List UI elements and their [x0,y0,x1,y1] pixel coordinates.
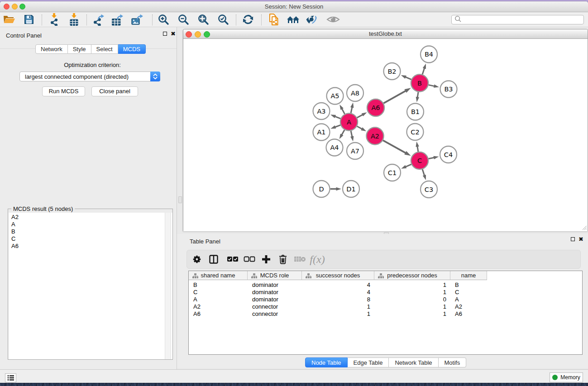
mcds-result-list[interactable]: A2ABCA6 [9,213,172,359]
table-settings-icon[interactable] [192,254,202,264]
table-row-C[interactable]: Cdominator41C [189,289,582,296]
table-tab-network-table[interactable]: Network Table [389,357,438,367]
search-input[interactable] [462,17,583,23]
graph-node-A2[interactable]: A2 [367,128,384,145]
graph-edge-A-A1[interactable] [330,125,340,129]
save-session-icon[interactable] [22,13,36,26]
graph-node-B4[interactable]: B4 [421,46,437,63]
resize-grip[interactable] [582,225,587,230]
column-header-successor-nodes[interactable]: successor nodes [302,271,374,280]
zoom-out-icon[interactable] [176,13,191,26]
graph-node-B1[interactable]: B1 [407,104,424,120]
export-table-icon[interactable] [110,13,125,26]
column-header-shared-name[interactable]: shared name [189,271,248,280]
column-header-name[interactable]: name [450,271,487,280]
refresh-icon[interactable] [241,13,255,26]
graph-node-A5[interactable]: A5 [327,88,344,105]
select-all-columns-icon[interactable] [227,256,239,262]
tab-style[interactable]: Style [68,44,91,54]
graph-edge-D-D1[interactable] [330,187,342,191]
column-header-MCDS-role[interactable]: MCDS role [248,271,302,280]
tab-select[interactable]: Select [91,44,118,54]
table-row-A2[interactable]: A2connector11A2 [189,303,582,310]
graph-node-A7[interactable]: A7 [347,143,363,159]
graph-edge-C-C2[interactable] [416,142,419,152]
graph-edge-B-B1[interactable] [416,92,419,102]
show-details-icon[interactable] [326,13,340,26]
add-column-icon[interactable] [261,254,271,264]
table-tab-edge-table[interactable]: Edge Table [348,357,389,367]
close-panel-button[interactable]: Close panel [91,86,138,96]
table-row-A6[interactable]: A6connector11A6 [189,310,582,318]
graph-node-C[interactable]: C [411,152,428,169]
graph-edge-A-A6[interactable] [357,112,367,118]
graph-edge-A-A4[interactable] [339,130,345,139]
export-network-icon[interactable] [91,13,106,26]
graph-node-A8[interactable]: A8 [347,85,363,101]
graph-edge-C-C4[interactable] [429,156,439,159]
graph-node-A[interactable]: A [340,114,358,131]
graph-edge-A-A5[interactable] [339,105,344,114]
mcds-result-item[interactable]: A2 [9,214,172,221]
memory-button[interactable]: Memory [550,372,583,382]
table-tab-motifs[interactable]: Motifs [439,357,467,367]
run-mcds-button[interactable]: Run MCDS [42,86,85,96]
search-box[interactable] [451,15,584,24]
graph-edge-A-A2[interactable] [357,126,367,131]
mcds-result-item[interactable]: A [9,221,172,228]
table-float-panel-icon[interactable] [571,237,575,241]
graph-node-A6[interactable]: A6 [367,99,384,116]
export-image-icon[interactable] [130,13,144,26]
graph-node-A4[interactable]: A4 [326,139,343,156]
graph-node-A3[interactable]: A3 [313,103,330,119]
graph-edge-B-B3[interactable] [429,85,439,88]
graph-edge-A-A3[interactable] [330,114,340,119]
table-row-A[interactable]: Adominator80A [189,296,582,303]
unselect-all-columns-icon[interactable] [244,256,255,262]
table-tab-node-table[interactable]: Node Table [305,357,348,367]
import-table-icon[interactable] [67,13,81,26]
graph-node-C4[interactable]: C4 [440,146,457,163]
graph-edge-B-B4[interactable] [422,63,426,74]
hide-details-icon[interactable] [304,13,319,26]
graph-node-C3[interactable]: C3 [421,181,437,198]
zoom-in-icon[interactable] [156,13,171,26]
network-canvas[interactable]: B4B2BB3A5A8A6A3B1AA1C2A2A4A7C4CC1C3DD1 [183,39,588,231]
zoom-fit-icon[interactable] [196,13,210,26]
tab-mcds[interactable]: MCDS [118,44,146,54]
delete-column-icon[interactable] [278,254,287,264]
column-header-predecessor-nodes[interactable]: predecessor nodes [374,271,450,280]
graph-edge-C-C3[interactable] [422,169,426,180]
split-columns-icon[interactable] [209,254,219,264]
zoom-selected-icon[interactable] [216,13,230,26]
graph-node-B2[interactable]: B2 [384,63,401,80]
optimization-criterion-dropdown[interactable]: largest connected component (directed) [19,71,160,81]
import-network-icon[interactable] [47,13,62,26]
copy-network-icon[interactable] [267,13,281,26]
graph-node-D1[interactable]: D1 [343,181,359,197]
mcds-result-item[interactable]: A6 [9,243,172,250]
graph-node-B[interactable]: B [411,75,428,92]
graph-edge-A6-B[interactable] [383,88,411,103]
graph-node-D[interactable]: D [313,181,330,197]
graph-edge-A-A7[interactable] [350,131,354,141]
graph-edge-C-C1[interactable] [401,164,411,169]
tab-network[interactable]: Network [35,44,68,54]
table-row-B[interactable]: Bdominator41B [189,281,582,289]
float-panel-icon[interactable] [163,32,167,36]
graph-edge-A2-C[interactable] [383,140,411,156]
graph-node-B3[interactable]: B3 [440,81,457,98]
open-session-icon[interactable] [2,13,16,26]
graph-node-C1[interactable]: C1 [384,164,401,181]
home-layout-icon[interactable] [286,13,301,26]
mcds-result-item[interactable]: B [9,228,172,235]
mcds-result-item[interactable]: C [9,235,172,243]
table-close-panel-icon[interactable]: ✖ [578,237,583,242]
graph-edge-B-B2[interactable] [401,75,411,80]
vertical-splitter-handle[interactable] [178,196,182,203]
mcds-result-scrollbar[interactable] [165,213,171,359]
show-panels-button[interactable] [5,373,16,382]
graph-edge-A-A8[interactable] [350,103,354,113]
close-panel-icon[interactable]: ✖ [171,31,176,36]
graph-node-C2[interactable]: C2 [407,124,424,140]
